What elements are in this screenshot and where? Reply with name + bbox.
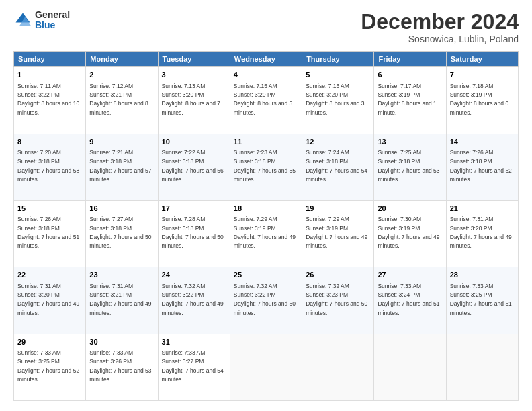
day-number: 22 [17,270,82,280]
day-number: 26 [306,270,370,280]
day-number: 17 [162,203,226,214]
day-info: Sunrise: 7:12 AMSunset: 3:21 PMDaylight:… [89,83,148,116]
page: General Blue December 2024 Sosnowica, Lu… [0,0,532,411]
day-cell: 6Sunrise: 7:17 AMSunset: 3:19 PMDaylight… [374,67,446,134]
day-number: 6 [378,70,442,80]
day-number: 8 [17,137,82,147]
day-info: Sunrise: 7:32 AMSunset: 3:22 PMDaylight:… [234,283,296,316]
day-cell: 9Sunrise: 7:21 AMSunset: 3:18 PMDaylight… [86,134,158,200]
day-cell: 26Sunrise: 7:32 AMSunset: 3:23 PMDayligh… [302,267,374,334]
day-cell: 27Sunrise: 7:33 AMSunset: 3:24 PMDayligh… [374,267,446,334]
day-number: 11 [234,137,298,147]
day-cell: 3Sunrise: 7:13 AMSunset: 3:20 PMDaylight… [158,67,230,134]
day-cell: 11Sunrise: 7:23 AMSunset: 3:18 PMDayligh… [230,134,302,200]
day-cell: 15Sunrise: 7:26 AMSunset: 3:18 PMDayligh… [14,200,86,267]
logo: General Blue [13,10,70,31]
day-cell [302,334,374,400]
day-cell: 2Sunrise: 7:12 AMSunset: 3:21 PMDaylight… [86,67,158,134]
day-cell: 25Sunrise: 7:32 AMSunset: 3:22 PMDayligh… [230,267,302,334]
day-number: 25 [234,270,298,280]
day-info: Sunrise: 7:26 AMSunset: 3:18 PMDaylight:… [450,149,512,183]
day-number: 29 [17,337,82,347]
day-number: 30 [89,337,154,347]
day-info: Sunrise: 7:23 AMSunset: 3:18 PMDaylight:… [234,149,296,183]
day-info: Sunrise: 7:27 AMSunset: 3:18 PMDaylight:… [89,216,151,249]
day-number: 5 [306,70,370,80]
day-number: 13 [378,137,442,147]
day-cell: 5Sunrise: 7:16 AMSunset: 3:20 PMDaylight… [302,67,374,134]
col-monday: Monday [86,52,158,67]
logo-text: General Blue [35,10,70,31]
title-block: December 2024 Sosnowica, Lublin, Poland [361,10,519,44]
day-info: Sunrise: 7:28 AMSunset: 3:18 PMDaylight:… [162,216,224,249]
day-number: 2 [89,70,154,80]
calendar-body: 1Sunrise: 7:11 AMSunset: 3:22 PMDaylight… [14,67,519,401]
day-info: Sunrise: 7:33 AMSunset: 3:24 PMDaylight:… [378,283,439,316]
day-info: Sunrise: 7:25 AMSunset: 3:18 PMDaylight:… [378,149,439,183]
day-cell: 4Sunrise: 7:15 AMSunset: 3:20 PMDaylight… [230,67,302,134]
logo-blue: Blue [35,20,70,30]
day-cell: 23Sunrise: 7:31 AMSunset: 3:21 PMDayligh… [86,267,158,334]
day-number: 24 [162,270,226,280]
col-saturday: Saturday [446,52,518,67]
day-info: Sunrise: 7:29 AMSunset: 3:19 PMDaylight:… [306,216,367,249]
day-info: Sunrise: 7:33 AMSunset: 3:26 PMDaylight:… [89,349,151,383]
day-info: Sunrise: 7:33 AMSunset: 3:25 PMDaylight:… [17,349,79,383]
day-cell: 17Sunrise: 7:28 AMSunset: 3:18 PMDayligh… [158,200,230,267]
day-number: 27 [378,270,442,280]
header: General Blue December 2024 Sosnowica, Lu… [13,10,519,44]
day-cell: 28Sunrise: 7:33 AMSunset: 3:25 PMDayligh… [446,267,518,334]
week-row-2: 8Sunrise: 7:20 AMSunset: 3:18 PMDaylight… [14,134,519,200]
day-cell: 22Sunrise: 7:31 AMSunset: 3:20 PMDayligh… [14,267,86,334]
col-friday: Friday [374,52,446,67]
day-info: Sunrise: 7:20 AMSunset: 3:18 PMDaylight:… [17,149,79,183]
day-cell: 1Sunrise: 7:11 AMSunset: 3:22 PMDaylight… [14,67,86,134]
day-cell: 30Sunrise: 7:33 AMSunset: 3:26 PMDayligh… [86,334,158,400]
week-row-4: 22Sunrise: 7:31 AMSunset: 3:20 PMDayligh… [14,267,519,334]
location-subtitle: Sosnowica, Lublin, Poland [361,34,519,44]
col-sunday: Sunday [14,52,86,67]
day-number: 3 [162,70,226,80]
day-cell: 18Sunrise: 7:29 AMSunset: 3:19 PMDayligh… [230,200,302,267]
day-cell: 10Sunrise: 7:22 AMSunset: 3:18 PMDayligh… [158,134,230,200]
day-info: Sunrise: 7:32 AMSunset: 3:23 PMDaylight:… [306,283,367,316]
day-number: 15 [17,203,82,214]
day-info: Sunrise: 7:31 AMSunset: 3:21 PMDaylight:… [89,283,151,316]
day-number: 7 [450,70,515,80]
day-cell [374,334,446,400]
day-info: Sunrise: 7:31 AMSunset: 3:20 PMDaylight:… [17,283,79,316]
week-row-3: 15Sunrise: 7:26 AMSunset: 3:18 PMDayligh… [14,200,519,267]
week-row-1: 1Sunrise: 7:11 AMSunset: 3:22 PMDaylight… [14,67,519,134]
day-number: 31 [162,337,226,347]
day-info: Sunrise: 7:33 AMSunset: 3:27 PMDaylight:… [162,349,224,383]
day-info: Sunrise: 7:30 AMSunset: 3:19 PMDaylight:… [378,216,439,249]
day-number: 28 [450,270,515,280]
day-cell: 20Sunrise: 7:30 AMSunset: 3:19 PMDayligh… [374,200,446,267]
day-number: 20 [378,203,442,214]
day-info: Sunrise: 7:24 AMSunset: 3:18 PMDaylight:… [306,149,367,183]
day-number: 14 [450,137,515,147]
day-info: Sunrise: 7:16 AMSunset: 3:20 PMDaylight:… [306,83,364,116]
week-row-5: 29Sunrise: 7:33 AMSunset: 3:25 PMDayligh… [14,334,519,400]
day-info: Sunrise: 7:17 AMSunset: 3:19 PMDaylight:… [378,83,436,116]
day-info: Sunrise: 7:22 AMSunset: 3:18 PMDaylight:… [162,149,224,183]
day-cell: 21Sunrise: 7:31 AMSunset: 3:20 PMDayligh… [446,200,518,267]
day-number: 23 [89,270,154,280]
day-cell: 14Sunrise: 7:26 AMSunset: 3:18 PMDayligh… [446,134,518,200]
day-cell: 12Sunrise: 7:24 AMSunset: 3:18 PMDayligh… [302,134,374,200]
day-info: Sunrise: 7:13 AMSunset: 3:20 PMDaylight:… [162,83,220,116]
day-cell: 29Sunrise: 7:33 AMSunset: 3:25 PMDayligh… [14,334,86,400]
day-cell: 13Sunrise: 7:25 AMSunset: 3:18 PMDayligh… [374,134,446,200]
day-info: Sunrise: 7:21 AMSunset: 3:18 PMDaylight:… [89,149,151,183]
day-cell: 16Sunrise: 7:27 AMSunset: 3:18 PMDayligh… [86,200,158,267]
calendar-header: Sunday Monday Tuesday Wednesday Thursday… [14,52,519,67]
day-number: 4 [234,70,298,80]
day-cell: 19Sunrise: 7:29 AMSunset: 3:19 PMDayligh… [302,200,374,267]
day-cell [446,334,518,400]
day-info: Sunrise: 7:29 AMSunset: 3:19 PMDaylight:… [234,216,296,249]
day-number: 10 [162,137,226,147]
day-number: 18 [234,203,298,214]
logo-general: General [35,10,70,20]
day-number: 16 [89,203,154,214]
day-cell: 31Sunrise: 7:33 AMSunset: 3:27 PMDayligh… [158,334,230,400]
